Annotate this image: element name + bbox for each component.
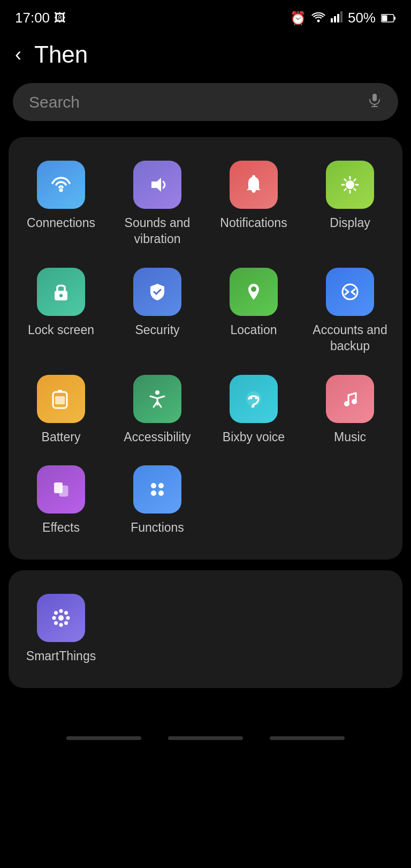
grid-item-effects[interactable]: Effects [14, 458, 108, 544]
wifi-icon [311, 11, 325, 26]
svg-point-0 [317, 19, 319, 22]
grid-item-connections[interactable]: Connections [14, 153, 108, 255]
smartthings-icon [37, 594, 85, 642]
svg-point-32 [250, 396, 253, 399]
nav-pill-3 [270, 736, 345, 740]
svg-line-20 [354, 189, 356, 191]
svg-point-34 [344, 401, 349, 406]
sounds-icon [133, 161, 181, 209]
svg-rect-8 [372, 94, 377, 101]
svg-point-41 [158, 490, 164, 496]
effects-label: Effects [42, 520, 80, 536]
security-icon [133, 268, 181, 316]
svg-point-24 [59, 294, 63, 297]
svg-point-14 [346, 180, 354, 189]
grid-item-accounts[interactable]: Accounts and backup [303, 260, 397, 362]
accessibility-icon [133, 375, 181, 423]
svg-point-45 [52, 616, 56, 620]
svg-line-21 [354, 179, 356, 181]
music-icon [326, 375, 374, 423]
svg-rect-6 [394, 17, 395, 20]
svg-point-26 [342, 284, 357, 299]
svg-point-39 [158, 483, 164, 488]
grid-item-music[interactable]: Music [303, 367, 397, 453]
grid-item-battery[interactable]: Battery [14, 367, 108, 453]
svg-rect-3 [337, 14, 339, 22]
search-placeholder: Search [29, 93, 361, 111]
extra-settings-card: SmartThings [9, 570, 402, 688]
svg-line-22 [345, 189, 346, 191]
svg-point-40 [151, 490, 156, 496]
settings-grid: Connections Sounds and vibration Notific… [14, 153, 397, 544]
svg-point-25 [251, 286, 256, 292]
lockscreen-label: Lock screen [28, 322, 94, 338]
grid-item-bixby[interactable]: Bixby voice [207, 367, 301, 453]
bottom-nav [0, 720, 411, 761]
battery-icon [37, 375, 85, 423]
battery-percent: 50% [348, 10, 376, 26]
header: ‹ Then [0, 32, 411, 78]
signal-icon [331, 11, 342, 26]
svg-point-43 [59, 609, 63, 613]
location-icon [230, 268, 278, 316]
grid-item-display[interactable]: Display [303, 153, 397, 255]
svg-rect-2 [334, 16, 336, 22]
svg-point-13 [252, 175, 255, 178]
svg-point-38 [151, 483, 156, 488]
nav-pill-2 [168, 736, 243, 740]
sounds-label: Sounds and vibration [113, 215, 201, 247]
grid-item-sounds[interactable]: Sounds and vibration [110, 153, 204, 255]
status-image-icon: 🖼 [54, 11, 66, 25]
connections-icon [37, 161, 85, 209]
svg-point-49 [54, 621, 58, 625]
svg-rect-29 [55, 396, 65, 404]
alarm-icon: ⏰ [290, 11, 306, 26]
lockscreen-icon [37, 268, 85, 316]
mic-icon[interactable] [367, 93, 382, 111]
svg-point-33 [255, 396, 258, 399]
battery-label: Battery [42, 429, 81, 446]
svg-line-19 [345, 179, 346, 181]
main-settings-card: Connections Sounds and vibration Notific… [9, 137, 402, 560]
svg-rect-1 [331, 18, 333, 22]
svg-marker-12 [151, 178, 161, 192]
search-bar[interactable]: Search [13, 83, 398, 121]
accounts-label: Accounts and backup [306, 322, 394, 354]
svg-point-30 [155, 390, 159, 395]
extra-grid: SmartThings [14, 586, 397, 672]
smartthings-label: SmartThings [26, 648, 96, 665]
back-button[interactable]: ‹ [11, 41, 26, 68]
svg-point-46 [66, 616, 70, 620]
svg-point-48 [64, 611, 68, 615]
functions-label: Functions [131, 520, 184, 536]
battery-icon [381, 11, 396, 26]
grid-item-notifications[interactable]: Notifications [207, 153, 301, 255]
page-title: Then [34, 41, 88, 68]
svg-rect-7 [382, 15, 387, 21]
svg-point-11 [59, 188, 63, 192]
accessibility-label: Accessibility [124, 429, 191, 446]
status-time: 17:00 [15, 10, 50, 26]
svg-rect-28 [58, 390, 62, 393]
display-label: Display [330, 215, 370, 231]
location-label: Location [231, 322, 277, 338]
grid-item-location[interactable]: Location [207, 260, 301, 362]
svg-point-35 [352, 399, 357, 404]
grid-item-lockscreen[interactable]: Lock screen [14, 260, 108, 362]
connections-label: Connections [27, 215, 95, 231]
grid-item-accessibility[interactable]: Accessibility [110, 367, 204, 453]
grid-item-functions[interactable]: Functions [110, 458, 204, 544]
music-label: Music [334, 429, 366, 446]
accounts-icon [326, 268, 374, 316]
nav-pill-1 [66, 736, 141, 740]
grid-item-security[interactable]: Security [110, 260, 204, 362]
svg-point-50 [64, 621, 68, 625]
grid-item-smartthings[interactable]: SmartThings [14, 586, 108, 672]
bixby-label: Bixby voice [223, 429, 285, 446]
effects-icon [37, 465, 85, 514]
notifications-icon [230, 161, 278, 209]
svg-point-44 [59, 623, 63, 627]
svg-point-42 [58, 615, 64, 621]
status-bar: 17:00 🖼 ⏰ 50% [0, 0, 411, 32]
svg-rect-4 [340, 11, 342, 22]
